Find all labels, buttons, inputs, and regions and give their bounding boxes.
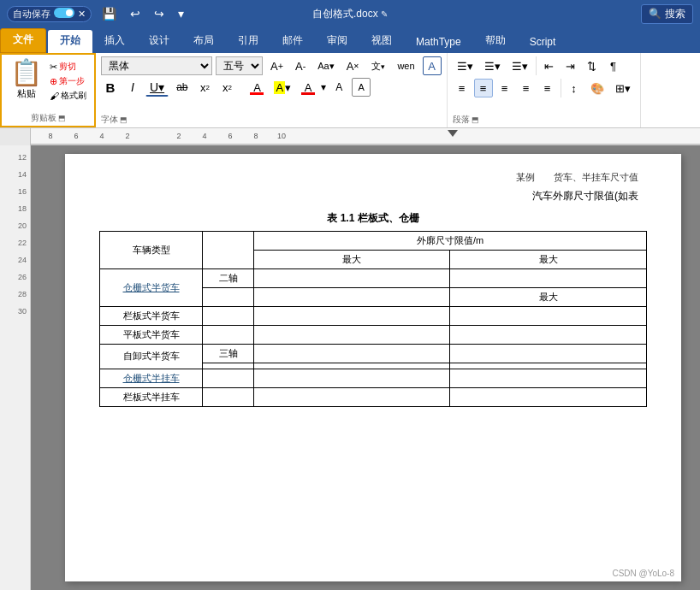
search-box[interactable]: 🔍 搜索 [641, 4, 693, 24]
more-commands-icon[interactable]: ▾ [175, 5, 187, 22]
clipboard-label: 剪贴板 ⬒ [31, 112, 66, 126]
table-cell-r8c3 [254, 387, 450, 406]
line-spacing-button[interactable]: ↕ [565, 79, 584, 97]
borders-button[interactable]: ⊞▾ [611, 79, 635, 97]
char-border-button[interactable]: A [352, 78, 371, 97]
ribbon-tabs: 文件 开始 插入 设计 布局 引用 邮件 审阅 视图 MathType 帮助 S… [0, 27, 700, 53]
tab-layout[interactable]: 布局 [181, 30, 226, 53]
table-cell-r4c3 [254, 325, 450, 344]
ruler-mark-6r: 6 [217, 132, 243, 140]
shading2-button[interactable]: 🎨 [586, 79, 608, 97]
tab-script[interactable]: Script [518, 32, 568, 53]
clear-format-icon: A [347, 60, 354, 73]
cut-button[interactable]: ✂ 剪切 [47, 60, 89, 74]
font-color-button[interactable]: A [247, 78, 266, 97]
preceding-text: 某例 货车、半挂车尺寸值 [99, 171, 647, 184]
underline-button[interactable]: U▾ [145, 78, 169, 97]
undo-icon[interactable]: ↩ [127, 5, 144, 22]
strikethrough-button[interactable]: ab [172, 78, 192, 97]
cut-label: 剪切 [59, 61, 76, 73]
cut-icon: ✂ [50, 62, 57, 73]
toggle-close-icon[interactable]: ✕ [78, 9, 86, 20]
align-right-button[interactable]: ≡ [495, 79, 514, 97]
ruler-mark-16: 16 [0, 183, 30, 200]
numbering-button[interactable]: ☰▾ [480, 56, 505, 75]
paste-button[interactable]: 📋 粘贴 [7, 58, 45, 102]
text-effects-btn[interactable]: A [423, 56, 442, 75]
paste-icon: 📋 [10, 60, 42, 86]
clear-format-button[interactable]: A ✕ [342, 56, 365, 75]
phonetic-btn[interactable]: wen [393, 56, 418, 75]
table-cell-r5c3 [254, 344, 450, 363]
document-area: 某例 货车、半挂车尺寸值 汽车外廓尺寸限值(如表 表 1.1 栏板式、仓栅 车辆… [31, 145, 700, 590]
font-expand-icon[interactable]: ⬒ [120, 115, 128, 124]
superscript-button[interactable]: x2 [217, 78, 236, 97]
save-icon[interactable]: 💾 [98, 5, 120, 22]
tab-stop-indicator [448, 130, 458, 137]
align-center-button[interactable]: ≡ [474, 79, 493, 97]
tab-ref[interactable]: 引用 [226, 30, 270, 53]
tab-home[interactable]: 开始 [48, 30, 92, 53]
show-formatting-button[interactable]: ¶ [604, 56, 623, 75]
ruler-mark-4l: 4 [89, 132, 115, 140]
tab-file[interactable]: 文件 [0, 28, 46, 53]
toggle-on-icon[interactable] [54, 8, 74, 18]
table-cell-r3c4 [450, 306, 647, 325]
ruler-mark-30: 30 [0, 303, 30, 320]
case-button[interactable]: Aa▾ [313, 56, 338, 75]
table-row: 仓栅式半挂车 [100, 369, 647, 387]
copy-button[interactable]: ⊕ 第一步 [47, 74, 89, 88]
table-row: 仓栅式半货车 二轴 [100, 268, 647, 287]
sort-button[interactable]: ⇅ [583, 56, 602, 75]
autosave-toggle-icon[interactable] [54, 8, 74, 20]
subscript-button[interactable]: x2 [195, 78, 214, 97]
decrease-indent-button[interactable]: ⇤ [540, 56, 559, 75]
paragraph-label-text: 段落 [453, 114, 470, 126]
table-cell-r6c4 [450, 363, 647, 369]
clipboard-expand-icon[interactable]: ⬒ [58, 114, 66, 122]
autosave-badge[interactable]: 自动保存 ✕ [7, 6, 92, 22]
bold-button[interactable]: B [101, 78, 120, 97]
paragraph-expand-icon[interactable]: ⬒ [472, 115, 479, 124]
tab-mail[interactable]: 邮件 [270, 30, 315, 53]
table-cell-pingban: 平板式半货车 [100, 325, 203, 344]
table-header-axle [203, 231, 254, 268]
table-cell-r2c3 [254, 287, 450, 306]
tab-insert[interactable]: 插入 [92, 30, 137, 53]
italic-button[interactable]: I [123, 78, 142, 97]
table-cell-r5c4 [450, 344, 647, 363]
increase-indent-button[interactable]: ⇥ [561, 56, 580, 75]
search-label: 搜索 [665, 7, 685, 21]
table-cell-r6c2 [203, 363, 254, 369]
tab-view[interactable]: 视图 [359, 30, 404, 53]
multilevel-button[interactable]: ☰▾ [507, 56, 532, 75]
font-name-select[interactable]: 黑体 [101, 56, 212, 75]
chinese-font-btn[interactable]: 文▾ [367, 56, 389, 75]
font-group-label: 字体 ⬒ [101, 114, 442, 127]
bullets-button[interactable]: ☰▾ [453, 56, 478, 75]
text-color-underline [301, 92, 315, 95]
distributed-button[interactable]: ≡ [538, 79, 557, 97]
redo-icon[interactable]: ↪ [151, 5, 168, 22]
align-left-button[interactable]: ≡ [453, 79, 472, 97]
horizontal-ruler: 8 6 4 2 2 4 6 8 10 [31, 128, 700, 145]
ruler-mark-4r: 4 [192, 132, 217, 140]
font-size-select[interactable]: 五号 [216, 56, 263, 75]
tab-design[interactable]: 设计 [137, 30, 181, 53]
copy-label: 第一步 [59, 75, 85, 87]
tab-mathtype[interactable]: MathType [404, 32, 473, 53]
shading-button[interactable]: A [329, 78, 348, 97]
tab-help[interactable]: 帮助 [473, 30, 518, 53]
watermark: CSDN @YoLo-8 [612, 569, 674, 578]
table-cell-r2c2 [203, 287, 254, 306]
format-painter-button[interactable]: 🖌 格式刷 [47, 89, 89, 103]
grow-font-button[interactable]: A+ [266, 56, 288, 75]
justify-button[interactable]: ≡ [517, 79, 536, 97]
shading-icon: A [335, 81, 342, 93]
text-color-button[interactable]: A [299, 78, 317, 97]
highlight-button[interactable]: A▾ [270, 78, 295, 97]
tab-review[interactable]: 审阅 [315, 30, 359, 53]
paste-label: 粘贴 [17, 87, 36, 100]
shrink-font-button[interactable]: A- [291, 56, 310, 75]
paragraph-row1: ☰▾ ☰▾ ☰▾ ⇤ ⇥ ⇅ ¶ [453, 56, 635, 75]
